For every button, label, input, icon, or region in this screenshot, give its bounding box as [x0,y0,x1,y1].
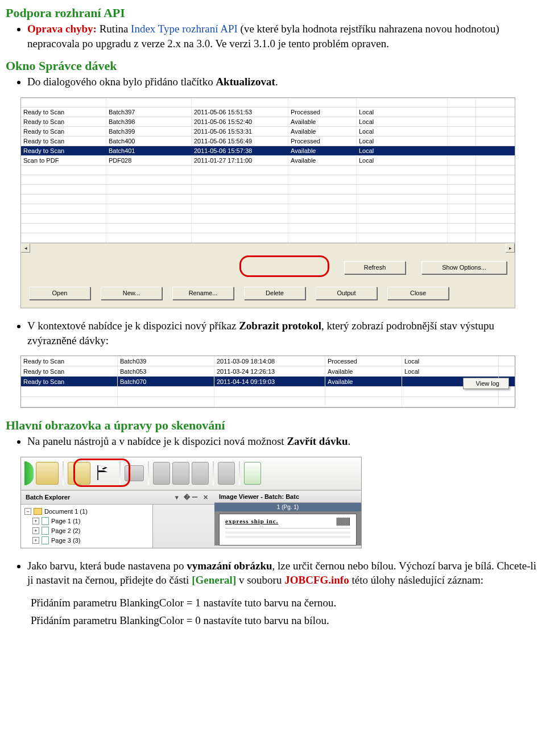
heading-main-screen: Hlavní obrazovka a úpravy po skenování [6,418,540,433]
table-row[interactable]: Ready to ScanBatch3982011-05-06 15:52:40… [21,117,515,127]
delete-button[interactable]: Delete [244,287,305,300]
show-options-button[interactable]: Show Options... [421,261,507,274]
bullet-blanking-color: Jako barvu, která bude nastavena po vyma… [27,559,540,588]
scroll-right-icon[interactable]: ▸ [506,243,515,253]
table-row[interactable]: Ready to ScanBatch3972011-05-06 15:51:53… [21,108,515,117]
general-section: [General] [192,574,236,586]
page-indicator: 1 (Pg. 1) [214,503,361,511]
expand-icon[interactable]: + [32,537,39,544]
output-button[interactable]: Output [316,287,377,300]
blanking-color-0: Přidáním parametru BlankingColor = 0 nas… [31,613,540,628]
highlight-annotation [73,458,130,487]
table-row-selected[interactable]: Ready to ScanBatch4012011-05-06 15:57:38… [21,146,515,156]
blanking-color-1: Přidáním parametru BlankingColor = 1 nas… [31,596,540,610]
scroll-left-icon[interactable]: ◂ [21,243,30,253]
close-button[interactable]: Close [387,287,449,300]
express-ship-logo: express ship inc. [225,518,279,524]
page-icon [42,536,49,544]
table-row[interactable]: Ready to ScanBatch4002011-05-06 15:56:49… [21,137,515,146]
bullet-api-fix: Oprava chyby: Rutina Index Type rozhraní… [27,22,540,51]
expand-icon[interactable]: + [32,527,39,534]
new-button[interactable]: New... [101,287,162,300]
bullet-view-log: V kontextové nabídce je k dispozici nový… [27,319,540,348]
tool-icon-2[interactable] [172,462,189,485]
refresh-button[interactable]: Refresh [344,261,406,274]
pin-close-icons[interactable]: ▾ �ー ✕ [175,493,210,502]
horizontal-scrollbar[interactable]: ◂ ▸ [21,243,515,252]
bullet-refresh-added: Do dialogového okna bylo přidáno tlačítk… [27,75,540,89]
folder-icon [34,508,42,515]
jobcfg-file: JOBCFG.info [284,574,349,586]
index-type-api: Index Type rozhraní API [131,23,238,35]
bullet-close-batch: Na panelu nástrojů a v nabídce je k disp… [27,434,540,449]
barcode-icon [337,518,350,526]
table-row[interactable]: Ready to ScanBatch0392011-03-09 18:14:08… [21,356,515,366]
screenshot-toolbar: Batch Explorer ▾ �ー ✕ −Document 1 (1) +P… [20,457,362,548]
collapse-icon[interactable]: − [24,508,31,515]
table-row[interactable]: Ready to ScanBatch0532011-03-24 12:26:13… [21,366,515,377]
image-viewer-panel: 1 (Pg. 1) express ship inc. [214,503,361,546]
tool-icon-1[interactable] [153,462,170,485]
table-row-selected[interactable]: Ready to ScanBatch0702011-04-14 09:19:03… [21,377,515,387]
heading-batch-manager: Okno Správce dávek [6,59,540,73]
green-tab-icon [24,461,34,485]
error-fix-label: Oprava chyby: [27,23,97,35]
tool-icon-4[interactable] [218,462,235,485]
batch-explorer-title: Batch Explorer [26,494,70,501]
batch-tree[interactable]: −Document 1 (1) +Page 1 (1) +Page 2 (2) … [21,505,153,548]
document-thumbnail[interactable]: express ship inc. [219,514,357,546]
open-button[interactable]: Open [29,287,90,300]
open-batch-icon[interactable] [36,462,59,485]
page-icon [42,517,49,525]
rename-button[interactable]: Rename... [172,287,234,300]
screenshot-batch-manager: Ready to ScanBatch3972011-05-06 15:51:53… [20,97,515,308]
tool-icon-5[interactable] [244,462,261,485]
expand-icon[interactable]: + [32,518,39,524]
table-row[interactable]: Scan to PDFPDF0282011-01-27 17:11:00Avai… [21,156,515,166]
page-icon [42,527,49,535]
tool-icon-3[interactable] [192,462,209,485]
context-menu-view-log[interactable]: View log [463,378,509,389]
highlight-annotation [239,255,329,277]
screenshot-context-menu: Ready to ScanBatch0392011-03-09 18:14:08… [20,356,515,408]
image-viewer-title: Image Viewer - Batch: Batc [219,493,299,500]
table-row[interactable]: Ready to ScanBatch3992011-05-06 15:53:31… [21,127,515,137]
heading-api-support: Podpora rozhraní API [6,6,540,20]
